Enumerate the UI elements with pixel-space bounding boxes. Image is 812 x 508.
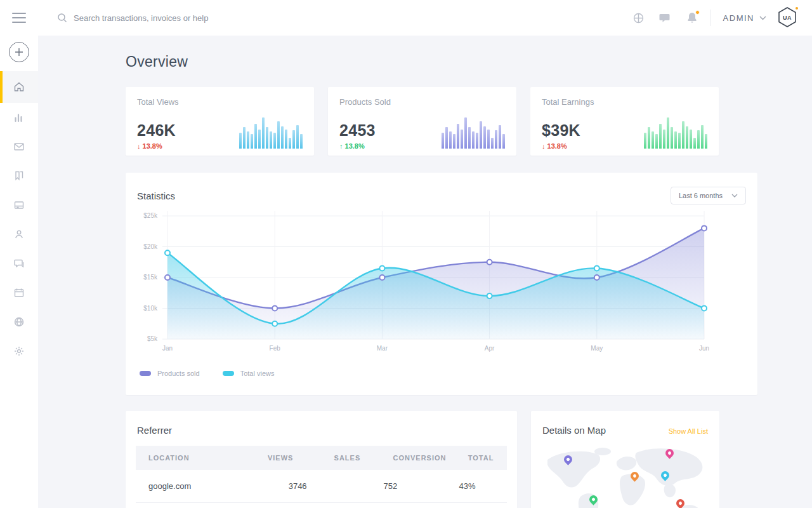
sidebar-item-settings[interactable] [0,337,38,366]
sidebar-item-calendar[interactable] [0,278,38,307]
column-header-conversion: CONVERSION [384,446,455,470]
stat-delta: ↑ 13.8% [339,142,376,150]
up-arrow-icon: ↑ [339,142,343,150]
hamburger-menu-icon[interactable] [0,0,38,36]
sidebar-item-cards[interactable] [0,190,38,220]
stat-delta: ↓ 13.8% [137,142,176,150]
header-icons [632,11,698,24]
chat-icon[interactable] [659,11,672,24]
sidebar-item-home[interactable] [0,71,38,103]
cards-icon [13,199,25,211]
column-header-views: VIEWS [251,446,310,470]
svg-text:Apr: Apr [485,345,495,352]
sidebar-item-chats[interactable] [0,249,38,278]
stat-value: 246K [137,121,176,140]
referrer-card: Referrer LOCATIONVIEWSSALESCONVERSIONTOT… [126,411,517,508]
stat-title: Products Sold [339,97,505,107]
referrer-table: LOCATIONVIEWSSALESCONVERSIONTOTAL google… [136,446,507,508]
logo-text: UA [776,6,798,29]
date-range-select[interactable]: Last 6 months [671,187,746,204]
legend-item: Total views [223,370,275,377]
svg-text:Jan: Jan [162,345,173,352]
bookmarks-icon [13,170,25,182]
sidebar [0,0,38,508]
legend-label: Total views [240,370,275,377]
sparkline-chart [239,116,303,149]
sparkline-chart [442,116,505,149]
sparkline-chart [644,116,707,149]
down-arrow-icon: ↓ [137,142,141,150]
svg-text:Jun: Jun [699,345,709,352]
svg-text:Mar: Mar [377,345,388,352]
legend-item: Products sold [140,370,200,377]
stat-card-row: Total Views246K↓ 13.8%Products Sold2453↑… [126,87,757,156]
statistics-title: Statistics [137,190,175,201]
sidebar-item-inbox[interactable] [0,132,38,161]
home-icon [13,81,25,93]
map-title: Details on Map [542,425,606,436]
map-card: Details on Map Show All List [531,411,719,508]
analytics-icon [13,112,25,123]
admin-label: ADMIN [723,13,754,23]
table-cell: 752 [353,470,428,503]
stat-title: Total Earnings [542,97,707,107]
page-title: Overview [126,53,757,70]
stat-card-0: Total Views246K↓ 13.8% [126,87,314,156]
date-range-label: Last 6 months [679,192,723,199]
svg-text:$10k: $10k [143,305,158,312]
statistics-card: Statistics Last 6 months $5k$10k$15k$20k… [126,173,757,395]
referrer-title: Referrer [136,421,507,446]
app-logo[interactable]: UA [776,6,798,29]
settings-icon [13,345,25,357]
down-arrow-icon: ↓ [542,142,546,150]
sidebar-item-world[interactable] [0,307,38,337]
svg-text:$20k: $20k [143,243,158,250]
svg-text:May: May [591,345,603,352]
sidebar-item-analytics[interactable] [0,103,38,132]
legend-swatch [140,371,151,376]
chevron-down-icon [731,194,738,197]
table-cell: google.com [136,470,251,503]
table-cell [432,503,502,508]
search-box [57,13,632,23]
svg-text:$5k: $5k [147,335,158,342]
column-header-total: TOTAL [455,446,507,470]
table-cell: 3746 [268,470,327,503]
inbox-icon [13,141,25,152]
table-row[interactable]: facebook.com [136,503,507,508]
chevron-down-icon [759,16,766,20]
globe-icon[interactable] [632,11,645,24]
chart-legend: Products soldTotal views [136,363,747,377]
table-cell: facebook.com [136,503,251,508]
profile-icon [13,229,25,240]
column-header-location: LOCATION [136,446,251,470]
stat-title: Total Views [137,97,303,107]
stat-card-1: Products Sold2453↑ 13.8% [328,87,516,156]
sidebar-item-bookmarks[interactable] [0,161,38,190]
svg-text:$15k: $15k [143,274,158,281]
main-content: Overview Total Views246K↓ 13.8%Products … [38,36,812,508]
admin-menu[interactable]: ADMIN [723,13,766,23]
show-all-list-link[interactable]: Show All List [669,427,708,435]
table-cell [268,503,327,508]
notification-badge [695,10,700,15]
calendar-icon [13,287,25,298]
svg-text:Feb: Feb [270,345,281,352]
stat-delta: ↓ 13.8% [542,142,580,150]
chats-icon [13,258,25,269]
sidebar-nav [0,71,38,366]
add-button[interactable] [9,42,29,62]
search-icon [57,13,67,23]
table-cell: 43% [432,470,502,503]
top-header: ADMIN UA [38,0,812,36]
sidebar-item-profile[interactable] [0,220,38,249]
stat-value: 2453 [339,121,376,140]
legend-label: Products sold [157,370,200,377]
stat-card-2: Total Earnings$39K↓ 13.8% [530,87,719,156]
plus-icon [15,48,23,57]
table-row[interactable]: google.com374675243% [136,470,507,503]
bell-icon[interactable] [686,11,698,24]
header-divider [710,10,710,26]
table-cell [353,503,428,508]
search-input[interactable] [74,13,277,23]
